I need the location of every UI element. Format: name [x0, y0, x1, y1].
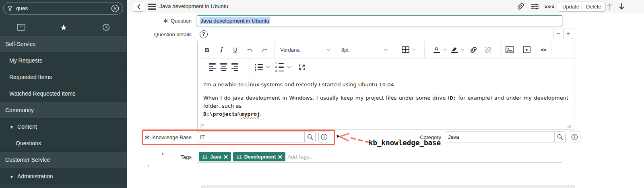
table-button[interactable]	[393, 41, 424, 58]
insert-video-button[interactable]	[519, 41, 534, 58]
sidebar-item-questions[interactable]: Questions	[0, 135, 127, 151]
sidebar-item-label: My Requests	[9, 57, 42, 64]
personalize-form-button[interactable]	[530, 3, 539, 10]
add-tags-input[interactable]	[287, 154, 560, 160]
align-right-icon	[231, 63, 238, 71]
question-label: Question	[115, 18, 192, 24]
shrink-editor-button[interactable]: −	[553, 29, 563, 39]
question-details-editor: B I U Verdana 8pt	[197, 41, 574, 130]
tag-pill-development[interactable]: Development	[233, 152, 286, 161]
sidebar-item-label: Content	[17, 123, 37, 130]
previous-record-button[interactable]	[607, 3, 613, 10]
category-lookup-button[interactable]	[554, 132, 565, 142]
chevron-down-icon[interactable]	[460, 48, 466, 51]
text-color-icon: A	[435, 46, 438, 52]
cursor-pointer-icon	[336, 135, 340, 138]
sidebar-section-self-service[interactable]: Self-Service	[0, 36, 127, 52]
font-size-select[interactable]: 8pt	[336, 41, 393, 58]
question-input[interactable]: Java development in Ubuntu	[197, 15, 562, 26]
sidebar-section-customer-service[interactable]: Customer Service	[0, 151, 127, 168]
tag-users-icon	[236, 155, 242, 159]
category-input[interactable]	[445, 132, 554, 142]
table-icon	[402, 46, 409, 53]
update-button[interactable]: Update	[558, 2, 584, 12]
all-applications-icon	[17, 24, 25, 31]
sidebar-item-administration[interactable]: Administration	[0, 168, 127, 184]
underline-button[interactable]: U	[228, 41, 242, 58]
tab-favorites[interactable]: ★	[42, 19, 85, 36]
bullet-list-button[interactable]	[255, 58, 263, 76]
bold-button[interactable]: B	[200, 41, 214, 58]
undo-button[interactable]	[242, 41, 257, 58]
chevron-down-icon[interactable]	[443, 48, 448, 51]
context-menu-button[interactable]	[148, 4, 156, 10]
align-right-button[interactable]	[231, 58, 238, 76]
navigator-search[interactable]	[3, 2, 123, 15]
sidebar-section-community[interactable]: Community	[0, 102, 127, 118]
knowledge-base-label: Knowledge Base	[123, 134, 192, 140]
redo-button[interactable]	[257, 41, 272, 58]
delete-button[interactable]: Delete	[582, 2, 606, 12]
annotation-speck	[162, 153, 163, 155]
highlight-color-button[interactable]	[449, 41, 460, 58]
clear-search-icon[interactable]	[111, 4, 119, 13]
filter-icon	[7, 6, 13, 11]
tag-pill-java[interactable]: Java	[199, 152, 231, 161]
font-family-select[interactable]: Verdana	[275, 41, 336, 58]
chevron-down-icon	[412, 48, 416, 51]
attachment-button[interactable]	[516, 2, 524, 10]
unlink-icon	[484, 46, 492, 54]
chevron-down-icon[interactable]	[287, 66, 293, 69]
personalize-icon	[530, 3, 539, 10]
italic-button[interactable]: I	[214, 41, 228, 58]
font-family-value: Verdana	[280, 47, 299, 53]
fullscreen-button[interactable]	[296, 58, 308, 76]
video-icon	[523, 46, 530, 53]
category-field	[445, 132, 566, 142]
sidebar-item-label: Requested Items	[9, 74, 52, 80]
remove-tag-icon[interactable]	[224, 155, 228, 159]
required-icon	[163, 19, 168, 23]
align-center-button[interactable]	[220, 58, 227, 76]
resize-handle-icon[interactable]	[567, 124, 571, 128]
collapsed-section-header[interactable]	[201, 185, 575, 188]
navigator-tabs: ★	[0, 19, 127, 36]
tag-label: Java	[210, 154, 221, 160]
tag-label: Development	[244, 154, 276, 160]
knowledge-base-input[interactable]	[197, 132, 304, 142]
more-options-button[interactable]	[545, 5, 554, 8]
annotation-arrow	[334, 132, 374, 148]
insert-image-button[interactable]	[502, 41, 517, 58]
image-icon	[506, 46, 514, 53]
remove-link-button[interactable]	[481, 41, 495, 58]
knowledge-base-info-button[interactable]	[318, 132, 330, 142]
help-icon[interactable]	[200, 30, 208, 38]
editor-content[interactable]: I'm a newbie to Linux systems and recent…	[198, 76, 574, 122]
more-icon	[545, 5, 554, 8]
align-left-button[interactable]	[209, 58, 216, 76]
grow-editor-button[interactable]: +	[563, 29, 573, 39]
bullet-list-icon	[255, 64, 263, 71]
source-code-button[interactable]: <>	[536, 41, 551, 58]
tab-all-applications[interactable]	[0, 19, 42, 36]
sidebar-item-content[interactable]: Content	[0, 118, 127, 135]
back-button[interactable]	[133, 2, 144, 12]
tags-field: Java Development	[197, 151, 562, 163]
category-info-button[interactable]	[569, 132, 580, 142]
insert-link-button[interactable]	[467, 41, 481, 58]
sidebar-item-my-requests[interactable]: My Requests	[0, 52, 127, 69]
undo-icon	[246, 47, 254, 53]
numbered-list-button[interactable]	[275, 58, 284, 76]
selected-text: Java development in Ubuntu	[200, 17, 270, 24]
info-icon	[571, 134, 578, 140]
sidebar-item-requested-items[interactable]: Requested Items	[0, 69, 127, 85]
text-color-button[interactable]: A	[431, 41, 442, 58]
knowledge-base-lookup-button[interactable]	[304, 132, 315, 142]
history-icon	[102, 23, 110, 31]
next-record-button[interactable]	[619, 3, 625, 10]
remove-tag-icon[interactable]	[278, 155, 282, 159]
chevron-down-icon[interactable]	[266, 66, 272, 69]
tags-label: Tags	[151, 154, 192, 160]
sidebar-item-watched-requested-items[interactable]: Watched Requested Items	[0, 85, 127, 102]
search-input[interactable]	[16, 5, 108, 11]
